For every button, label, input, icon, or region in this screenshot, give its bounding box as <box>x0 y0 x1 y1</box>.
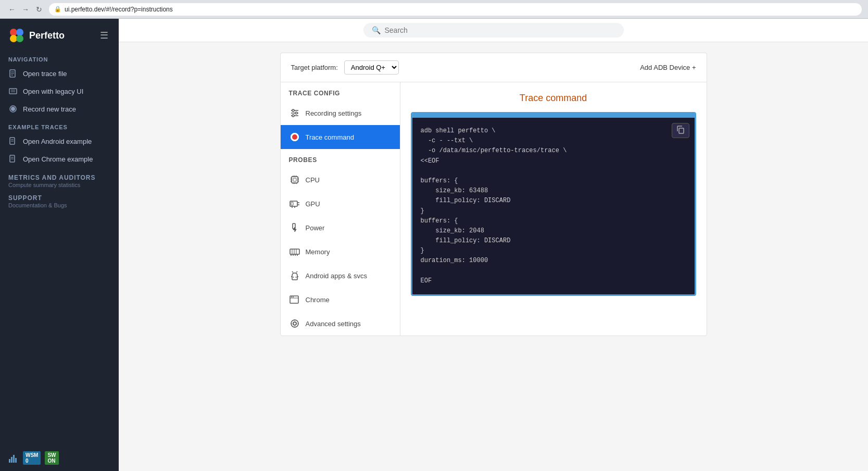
svg-point-72 <box>293 322 296 325</box>
svg-line-63 <box>292 271 293 272</box>
top-bar: 🔍 <box>119 19 868 42</box>
file-icon <box>8 69 18 78</box>
trace-command-label: Trace command <box>306 133 354 141</box>
open-trace-label: Open trace file <box>23 70 67 78</box>
advanced-settings-label: Advanced settings <box>306 320 361 328</box>
svg-point-3 <box>16 35 23 42</box>
recording-settings-icon <box>289 107 300 119</box>
main-content: 🔍 Target platform: Android Q+ Android P … <box>119 19 868 471</box>
svg-point-0 <box>10 29 17 36</box>
svg-point-2 <box>10 35 17 42</box>
probe-item-cpu[interactable]: CPU <box>281 168 400 192</box>
android-example-icon <box>8 137 18 146</box>
metrics-label[interactable]: Metrics and auditors <box>8 174 110 181</box>
support-sub: Documentation & Bugs <box>8 202 110 208</box>
legacy-ui-label: Open with legacy UI <box>23 88 83 95</box>
probe-item-gpu[interactable]: GPU <box>281 192 400 216</box>
svg-rect-47 <box>291 202 293 205</box>
advanced-settings-icon <box>289 318 300 329</box>
legacy-icon <box>8 86 18 96</box>
perfetto-logo <box>8 27 25 44</box>
probe-item-android[interactable]: Android apps & svcs <box>281 264 400 288</box>
memory-icon <box>289 246 300 257</box>
svg-point-70 <box>293 296 294 298</box>
search-bar[interactable]: 🔍 <box>363 23 624 38</box>
logo-area: Perfetto <box>8 27 65 44</box>
probe-item-power[interactable]: Power <box>281 216 400 240</box>
android-icon <box>289 270 300 281</box>
sidebar-item-record-trace[interactable]: Record new trace <box>0 100 119 118</box>
copy-button[interactable] <box>672 123 689 138</box>
sidebar-item-chrome-example[interactable]: Open Chrome example <box>0 150 119 168</box>
gpu-icon <box>289 198 300 209</box>
metrics-sub: Compute summary statistics <box>8 182 110 188</box>
sidebar-item-open-trace[interactable]: Open trace file <box>0 65 119 82</box>
probe-item-trace-command[interactable]: Trace command <box>281 125 400 149</box>
record-card: Target platform: Android Q+ Android P Li… <box>280 53 707 336</box>
left-panel: Trace config <box>281 82 400 336</box>
add-device-button[interactable]: Add ADB Device + <box>640 64 696 71</box>
android-apps-label: Android apps & svcs <box>306 272 368 280</box>
sw-badge: SWON <box>45 451 58 465</box>
support-label[interactable]: Support <box>8 194 110 202</box>
code-block-wrapper: adb shell perfetto \ -c - --txt \ -o /da… <box>411 112 696 296</box>
address-bar[interactable]: 🔒 ui.perfetto.dev/#!/record?p=instructio… <box>49 3 862 16</box>
back-button[interactable]: ← <box>6 4 18 15</box>
nav-buttons: ← → ↻ <box>6 4 45 15</box>
trace-command-icon <box>289 131 300 143</box>
navigation-section-label: Navigation <box>0 50 119 65</box>
power-label: Power <box>306 224 325 232</box>
target-platform-bar: Target platform: Android Q+ Android P Li… <box>281 53 707 82</box>
browser-chrome: ← → ↻ 🔒 ui.perfetto.dev/#!/record?p=inst… <box>0 0 868 19</box>
svg-point-30 <box>292 134 297 140</box>
cpu-label: CPU <box>306 176 320 184</box>
svg-point-69 <box>291 296 292 298</box>
forward-button[interactable]: → <box>20 4 31 15</box>
svg-rect-21 <box>13 455 15 463</box>
gpu-label: GPU <box>306 200 320 208</box>
power-icon <box>289 222 300 233</box>
svg-point-28 <box>292 115 294 117</box>
app-title: Perfetto <box>29 30 65 41</box>
app-container: Perfetto ☰ Navigation Open trace file <box>0 19 868 471</box>
probe-item-recording-settings[interactable]: Recording settings <box>281 101 400 125</box>
recording-settings-label: Recording settings <box>306 109 362 117</box>
sidebar-item-android-example[interactable]: Open Android example <box>0 132 119 150</box>
chrome-example-icon <box>8 154 18 164</box>
search-icon: 🔍 <box>372 26 381 34</box>
android-example-label: Open Android example <box>23 138 92 145</box>
code-block: adb shell perfetto \ -c - --txt \ -o /da… <box>412 118 695 294</box>
svg-point-62 <box>295 277 296 278</box>
lock-icon: 🔒 <box>54 6 61 13</box>
trace-code-text: adb shell perfetto \ -c - --txt \ -o /da… <box>421 126 686 286</box>
svg-point-1 <box>16 29 23 36</box>
sidebar-bottom: WSM0 SWON <box>0 445 119 471</box>
svg-point-73 <box>291 320 298 327</box>
code-header-bar <box>412 114 695 118</box>
sidebar-item-legacy-ui[interactable]: Open with legacy UI <box>0 82 119 100</box>
two-panel: Trace config <box>281 82 707 336</box>
sidebar-header: Perfetto ☰ <box>0 19 119 50</box>
hamburger-button[interactable]: ☰ <box>98 28 110 43</box>
probes-section-label: Probes <box>281 149 400 168</box>
svg-rect-33 <box>293 178 296 181</box>
refresh-button[interactable]: ↻ <box>33 4 45 15</box>
example-traces-section-label: Example Traces <box>0 118 119 132</box>
svg-rect-20 <box>11 457 12 463</box>
record-icon <box>8 104 18 114</box>
target-select[interactable]: Android Q+ Android P Linux Chrome <box>344 60 399 75</box>
probe-item-chrome[interactable]: Chrome <box>281 288 400 312</box>
trace-command-title: Trace command <box>411 93 696 104</box>
search-input[interactable] <box>385 26 615 34</box>
svg-line-64 <box>296 271 297 272</box>
probe-item-memory[interactable]: Memory <box>281 240 400 264</box>
url-text: ui.perfetto.dev/#!/record?p=instructions <box>65 6 173 13</box>
target-label: Target platform: <box>291 64 338 71</box>
chrome-label: Chrome <box>306 296 330 304</box>
svg-rect-19 <box>9 459 10 463</box>
svg-rect-74 <box>679 128 684 133</box>
right-panel: Trace command adb shell pe <box>400 82 707 336</box>
svg-point-26 <box>292 109 294 111</box>
probe-item-advanced[interactable]: Advanced settings <box>281 312 400 336</box>
svg-rect-32 <box>292 177 298 183</box>
